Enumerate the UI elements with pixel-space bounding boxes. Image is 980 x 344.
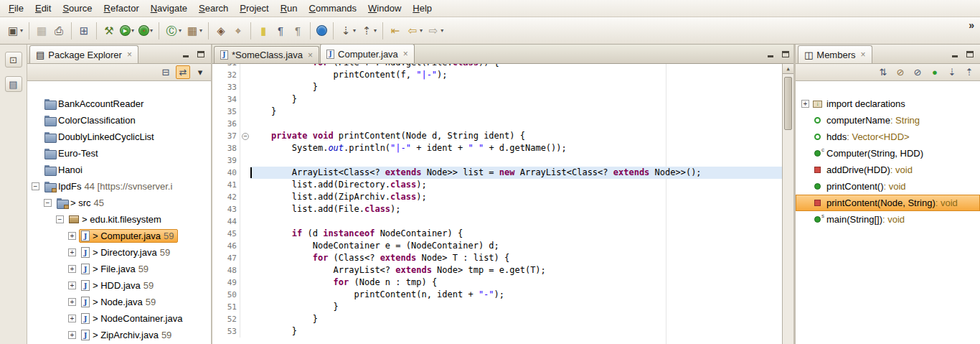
tree-item-node-java[interactable]: +J> Node.java 59 <box>27 294 211 310</box>
menu-refactor[interactable]: Refactor <box>98 1 145 16</box>
format-icon[interactable]: ¶ <box>289 22 306 40</box>
editor-tab-someclass-java[interactable]: J*SomeClass.java× <box>214 46 319 63</box>
code-line-36[interactable]: 36 <box>212 118 782 130</box>
member-printcontent-node-string[interactable]: printContent(Node, String) : void <box>796 195 980 211</box>
code-line-44[interactable]: 44 <box>212 215 782 228</box>
menu-source[interactable]: Source <box>57 1 98 16</box>
code-line-47[interactable]: 47 for (Class<? extends Node> T : list) … <box>212 252 782 264</box>
tree-item-euro-test[interactable]: Euro-Test <box>27 145 211 162</box>
code-line-32[interactable]: 32 printContent(f, "|-"); <box>212 69 782 81</box>
tree-item-hdd-java[interactable]: +J> HDD.java 59 <box>27 277 211 294</box>
menu-search[interactable]: Search <box>193 1 234 16</box>
prev-annotation-icon[interactable]: ⇡▾ <box>358 22 379 40</box>
hide-nonpublic-icon[interactable]: ● <box>928 65 942 79</box>
search-icon[interactable]: ⌖ <box>230 22 247 40</box>
next-annotation-icon[interactable]: ⇣▾ <box>337 22 358 40</box>
code-line-51[interactable]: 51 } <box>212 301 782 313</box>
fold-collapse-icon[interactable]: − <box>240 130 250 142</box>
last-edit-location-icon[interactable]: ⇤ <box>387 22 404 40</box>
expand-icon[interactable]: + <box>68 331 76 339</box>
save-icon[interactable]: ▦ <box>33 22 50 40</box>
run-icon[interactable]: ▶▾ <box>118 22 136 40</box>
member-computer-string-hdd[interactable]: cComputer(String, HDD) <box>796 145 980 162</box>
menu-run[interactable]: Run <box>275 1 303 16</box>
scrollbar-thumb[interactable] <box>784 77 792 130</box>
editor-scrollbar[interactable]: ▲ <box>782 64 793 344</box>
code-line-31[interactable]: 31 for (File f : hdd.get(File.class)) { <box>212 64 782 69</box>
member-computername[interactable]: computerName : String <box>796 112 980 129</box>
collapse-all-icon[interactable]: ⊟ <box>159 65 173 79</box>
maximize-button[interactable] <box>779 49 791 60</box>
menu-project[interactable]: Project <box>234 1 274 16</box>
code-line-46[interactable]: 46 NodeContainer e = (NodeContainer) d; <box>212 240 782 252</box>
hide-fields-icon[interactable]: ⊘ <box>893 65 908 79</box>
maximize-button[interactable] <box>194 49 207 60</box>
menu-window[interactable]: Window <box>362 1 407 16</box>
tree-item-ipdfs[interactable]: −IpdFs 44 [https://svnserver.i <box>27 178 211 195</box>
code-line-45[interactable]: 45 if (d instanceof NodeContainer) { <box>212 228 782 240</box>
close-tab-icon[interactable]: × <box>403 49 408 59</box>
open-type-icon[interactable]: ◈ <box>212 22 230 40</box>
menu-help[interactable]: Help <box>407 1 438 16</box>
web-browser-icon[interactable] <box>314 22 329 40</box>
code-line-39[interactable]: 39 <box>212 154 782 167</box>
expand-icon[interactable]: + <box>68 265 76 273</box>
tree-item-bankaccountreader[interactable]: BankAccountReader <box>27 96 211 112</box>
expand-icon[interactable]: + <box>68 298 76 306</box>
code-line-35[interactable]: 35 } <box>212 106 782 118</box>
forward-icon[interactable]: ⇨▾ <box>425 22 446 40</box>
new-wizard-icon[interactable]: ▣▾ <box>4 22 25 40</box>
member-hdds[interactable]: hdds : Vector<HDD> <box>796 129 980 145</box>
hide-static-icon[interactable]: ⊘ <box>910 65 925 79</box>
code-line-41[interactable]: 41 list.add(Directory.class); <box>212 179 782 191</box>
expand-icon[interactable]: + <box>801 100 809 108</box>
new-package-icon[interactable]: ▦▾ <box>184 22 204 40</box>
close-tab-icon[interactable]: × <box>308 50 313 60</box>
editor-body[interactable]: 31 for (File f : hdd.get(File.class)) {3… <box>212 64 793 344</box>
close-view-icon[interactable]: × <box>127 50 132 60</box>
show-subtypes-icon[interactable]: ⇣ <box>945 65 959 79</box>
code-line-52[interactable]: 52 } <box>212 313 782 325</box>
scroll-up-icon[interactable]: ▲ <box>783 64 793 74</box>
member-adddrive-hdd[interactable]: addDrive(HDD) : void <box>796 162 980 178</box>
tree-item-src[interactable]: −> src 45 <box>27 195 211 211</box>
code-line-37[interactable]: 37− private void printContent(Node d, St… <box>212 130 782 142</box>
expand-icon[interactable]: + <box>68 315 76 322</box>
member-import-declarations[interactable]: +↓import declarations <box>796 96 980 112</box>
tree-item-edu-kit-filesystem[interactable]: −> edu.kit.filesystem <box>27 211 211 228</box>
close-view-icon[interactable]: × <box>860 50 865 60</box>
maximize-button[interactable] <box>963 49 976 60</box>
expand-icon[interactable]: + <box>68 248 76 256</box>
minimize-button[interactable] <box>948 49 961 60</box>
collapse-icon[interactable]: − <box>32 182 39 190</box>
expand-icon[interactable]: + <box>68 232 76 240</box>
link-with-editor-icon[interactable]: ⇄ <box>176 65 190 79</box>
sort-icon[interactable]: ⇅ <box>876 65 890 79</box>
menu-commands[interactable]: Commands <box>303 1 362 16</box>
tree-item-computer-java[interactable]: +J> Computer.java 59 <box>27 228 211 244</box>
new-java-class-icon[interactable]: Ⓒ▾ <box>163 22 184 40</box>
tree-item-hanoi[interactable]: Hanoi <box>27 162 211 178</box>
external-tools-icon[interactable]: ▪▾ <box>136 22 155 40</box>
code-line-53[interactable]: 53 } <box>212 325 782 338</box>
tree-item-nodecontainer-java[interactable]: +J> NodeContainer.java <box>27 310 211 327</box>
java-perspective-icon[interactable]: ⊞ <box>75 22 93 40</box>
tree-item-ziparchiv-java[interactable]: +J> ZipArchiv.java 59 <box>27 327 211 343</box>
tree-item-doublylinkedcycliclist[interactable]: DoublyLinkedCyclicList <box>27 129 211 145</box>
member-main-string[interactable]: smain(String[]) : void <box>796 211 980 228</box>
code-line-48[interactable]: 48 ArrayList<? extends Node> tmp = e.get… <box>212 264 782 276</box>
view-menu-icon[interactable]: ▾ <box>193 65 207 79</box>
members-tab[interactable]: ◫ Members × <box>798 45 872 63</box>
code-line-38[interactable]: 38 System.out.println("|-" + ident + " "… <box>212 142 782 154</box>
code-line-50[interactable]: 50 printContent(n, ident + "-"); <box>212 289 782 301</box>
menu-file[interactable]: File <box>3 1 29 16</box>
toolbar-overflow-chevron[interactable]: » <box>969 19 974 31</box>
code-line-49[interactable]: 49 for (Node n : tmp) { <box>212 276 782 289</box>
tree-item-colorclassification[interactable]: ColorClassification <box>27 112 211 129</box>
minimize-button[interactable] <box>764 49 776 60</box>
debug-icon[interactable]: ⚒ <box>100 22 118 40</box>
code-line-33[interactable]: 33 } <box>212 81 782 93</box>
package-explorer-tab[interactable]: ▤ Package Explorer × <box>29 45 138 63</box>
collapse-icon[interactable]: − <box>56 215 64 223</box>
code-line-43[interactable]: 43 list.add(File.class); <box>212 203 782 215</box>
